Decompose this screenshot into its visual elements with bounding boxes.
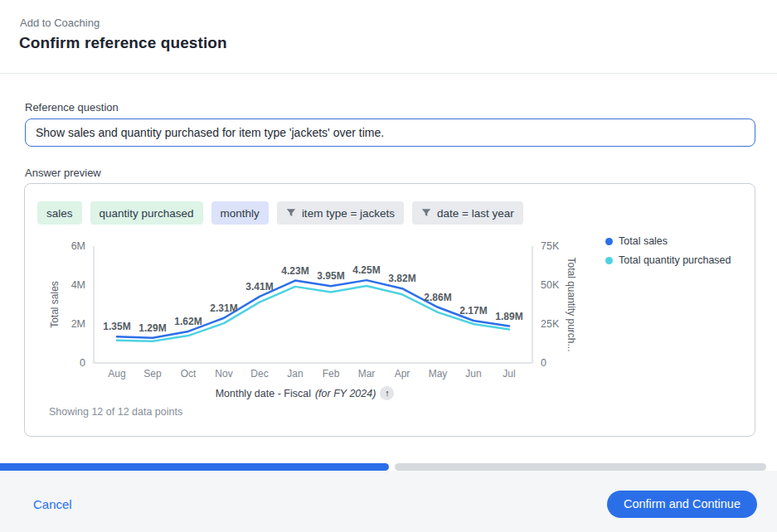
svg-text:2M: 2M bbox=[71, 318, 85, 330]
svg-text:6M: 6M bbox=[71, 240, 85, 252]
svg-text:Dec: Dec bbox=[250, 368, 268, 380]
chip-quantity-purchased[interactable]: quantity purchased bbox=[90, 201, 203, 225]
svg-text:1.29M: 1.29M bbox=[138, 322, 166, 334]
legend-dot-icon bbox=[605, 257, 613, 264]
x-axis-title: Monthly date - Fiscal (for FY 2024) ↑ bbox=[85, 386, 524, 400]
page-title: Confirm reference question bbox=[19, 34, 227, 52]
svg-text:4.25M: 4.25M bbox=[352, 264, 380, 276]
svg-text:Aug: Aug bbox=[108, 368, 125, 380]
chip-date-last-year[interactable]: date = last year bbox=[412, 201, 523, 225]
svg-text:Sep: Sep bbox=[143, 368, 162, 380]
svg-text:2.17M: 2.17M bbox=[459, 305, 487, 317]
legend-item[interactable]: Total quantity purchased bbox=[605, 254, 731, 266]
svg-text:Jan: Jan bbox=[287, 368, 303, 380]
legend-item[interactable]: Total sales bbox=[605, 235, 731, 247]
chip-sales[interactable]: sales bbox=[37, 201, 82, 225]
svg-text:2.31M: 2.31M bbox=[210, 302, 237, 314]
svg-text:1.89M: 1.89M bbox=[495, 311, 522, 322]
chart-legend: Total salesTotal quantity purchased bbox=[605, 235, 731, 266]
svg-text:1.35M: 1.35M bbox=[103, 321, 130, 332]
chip-label: quantity purchased bbox=[100, 207, 194, 220]
line-chart: 02M4M6M025K50K75KAugSepOctNovDecJanFebMa… bbox=[33, 234, 605, 393]
reference-question-input[interactable] bbox=[25, 118, 755, 147]
filter-icon bbox=[421, 208, 431, 218]
svg-text:Total sales: Total sales bbox=[49, 281, 61, 328]
svg-text:2.86M: 2.86M bbox=[424, 292, 451, 303]
svg-text:Oct: Oct bbox=[181, 368, 197, 380]
legend-label: Total sales bbox=[619, 235, 668, 247]
svg-text:50K: 50K bbox=[541, 279, 560, 291]
data-points-count: Showing 12 of 12 data points bbox=[49, 406, 182, 418]
svg-text:0: 0 bbox=[541, 357, 546, 369]
svg-text:0: 0 bbox=[80, 357, 85, 369]
svg-text:May: May bbox=[429, 368, 448, 380]
answer-preview-panel: salesquantity purchasedmonthlyitem type … bbox=[24, 183, 755, 437]
chip-item-type-jackets[interactable]: item type = jackets bbox=[277, 201, 404, 225]
progress-track bbox=[395, 463, 767, 471]
chip-label: sales bbox=[46, 207, 73, 220]
svg-text:Apr: Apr bbox=[395, 368, 410, 380]
svg-text:Feb: Feb bbox=[323, 368, 340, 380]
svg-text:1.62M: 1.62M bbox=[174, 316, 202, 327]
confirm-and-continue-button[interactable]: Confirm and Continue bbox=[607, 491, 757, 518]
svg-text:Total quantity purch...: Total quantity purch... bbox=[566, 257, 577, 351]
legend-dot-icon bbox=[605, 238, 613, 245]
x-axis-title-text: Monthly date - Fiscal bbox=[216, 388, 311, 399]
svg-text:4M: 4M bbox=[71, 279, 85, 291]
svg-text:75K: 75K bbox=[541, 240, 560, 252]
svg-text:Jul: Jul bbox=[503, 368, 515, 380]
cancel-button[interactable]: Cancel bbox=[33, 497, 72, 511]
answer-preview-label: Answer preview bbox=[25, 167, 101, 179]
chip-label: date = last year bbox=[437, 207, 514, 220]
footer: Cancel Confirm and Continue bbox=[0, 471, 777, 532]
breadcrumb: Add to Coaching bbox=[20, 17, 100, 29]
progress-fill bbox=[0, 463, 389, 471]
svg-text:Mar: Mar bbox=[358, 368, 376, 380]
svg-text:Nov: Nov bbox=[215, 368, 232, 380]
chip-label: monthly bbox=[221, 207, 260, 220]
sort-ascending-badge[interactable]: ↑ bbox=[380, 386, 394, 400]
chips-row: salesquantity purchasedmonthlyitem type … bbox=[37, 201, 523, 225]
chip-monthly[interactable]: monthly bbox=[211, 201, 269, 225]
legend-label: Total quantity purchased bbox=[619, 254, 731, 266]
svg-text:3.95M: 3.95M bbox=[317, 270, 344, 282]
svg-text:25K: 25K bbox=[541, 318, 560, 330]
svg-text:4.23M: 4.23M bbox=[281, 265, 308, 277]
arrow-up-icon: ↑ bbox=[385, 389, 390, 398]
header-divider bbox=[0, 73, 777, 74]
svg-text:Jun: Jun bbox=[465, 368, 481, 380]
svg-text:3.82M: 3.82M bbox=[388, 273, 415, 284]
x-axis-title-qualifier: (for FY 2024) bbox=[315, 388, 376, 399]
svg-text:3.41M: 3.41M bbox=[245, 281, 273, 293]
filter-icon bbox=[286, 208, 296, 218]
chip-label: item type = jackets bbox=[302, 207, 395, 220]
reference-question-label: Reference question bbox=[25, 101, 119, 114]
